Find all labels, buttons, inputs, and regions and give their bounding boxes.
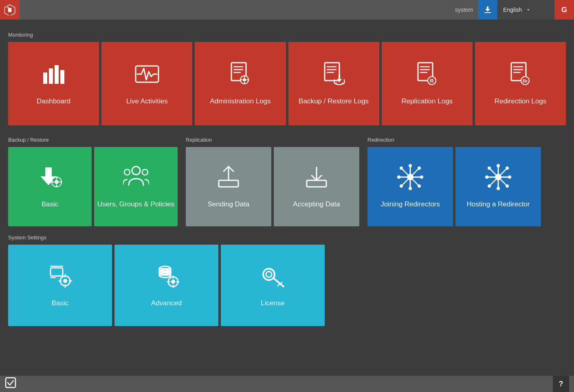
tile-dashboard[interactable]: Dashboard	[8, 42, 99, 125]
svg-point-52	[397, 175, 400, 179]
users-groups-icon	[123, 164, 149, 194]
bar-chart-icon	[41, 61, 67, 91]
svg-rect-5	[49, 68, 53, 84]
tile-backup-basic[interactable]: Basic	[8, 147, 92, 226]
monitoring-section-label: Monitoring	[8, 32, 566, 38]
svg-point-84	[63, 279, 67, 283]
main-content: Monitoring Dashboard Live Ac	[0, 20, 574, 335]
tile-hosting-redirector-label: Hosting a Redirector	[467, 200, 530, 209]
svg-point-71	[508, 175, 511, 179]
system-settings-tile-row: Basic	[8, 245, 566, 326]
tile-users-groups-label: Users, Groups & Policies	[97, 200, 174, 209]
system-settings-section: System Settings Basic	[8, 234, 566, 326]
svg-point-101	[266, 272, 272, 277]
svg-point-79	[506, 184, 509, 188]
svg-line-55	[402, 169, 408, 175]
logo[interactable]	[0, 0, 20, 20]
doc-backup-icon	[321, 61, 347, 91]
svg-text:R: R	[430, 78, 434, 84]
svg-line-78	[501, 180, 506, 185]
middle-sections: Backup / Restore Bas	[8, 131, 566, 229]
svg-line-103	[280, 283, 282, 284]
replication-section: Replication Sending Data	[186, 131, 359, 229]
svg-rect-80	[51, 268, 63, 276]
backup-restore-label: Backup / Restore	[8, 137, 178, 143]
svg-rect-2	[7, 7, 9, 8]
svg-point-73	[488, 166, 491, 170]
redirection-section: Redirection	[367, 131, 541, 229]
doc-settings-icon	[227, 61, 253, 91]
svg-rect-6	[55, 65, 59, 84]
svg-point-75	[506, 166, 509, 170]
tile-backup-restore-logs[interactable]: Backup / Restore Logs	[288, 42, 379, 125]
user-button[interactable]: G	[554, 0, 574, 20]
replication-tile-row: Sending Data Accepting Data	[186, 147, 359, 226]
svg-line-59	[402, 180, 408, 185]
svg-line-74	[501, 169, 506, 175]
tile-replication-logs[interactable]: R Replication Logs	[382, 42, 473, 125]
svg-rect-45	[307, 180, 326, 187]
svg-point-42	[124, 169, 130, 175]
language-label: English	[503, 7, 522, 13]
svg-line-104	[278, 284, 279, 286]
svg-rect-19	[325, 63, 339, 81]
network-icon	[397, 164, 423, 194]
doc-replication-icon: R	[414, 61, 440, 91]
key-icon	[260, 263, 286, 293]
heartbeat-icon	[134, 61, 160, 91]
tile-live-activities[interactable]: Live Activities	[101, 42, 192, 125]
svg-line-76	[490, 180, 496, 185]
svg-point-65	[497, 164, 500, 167]
svg-text:Rr: Rr	[523, 79, 528, 83]
hosting-network-icon	[485, 164, 511, 194]
svg-point-41	[132, 166, 140, 175]
chevron-down-icon	[525, 7, 532, 13]
svg-point-14	[243, 78, 246, 81]
language-selector[interactable]: English	[497, 0, 554, 20]
tile-joining-redirectors[interactable]: Joining Redirectors	[367, 147, 453, 226]
download-button[interactable]	[478, 0, 497, 20]
tile-license-label: License	[261, 299, 285, 308]
tile-license[interactable]: License	[221, 245, 325, 326]
tile-sending-data-label: Sending Data	[207, 200, 249, 209]
redirection-tile-row: Joining Redirectors	[367, 147, 541, 226]
tile-hosting-redirector[interactable]: Hosting a Redirector	[455, 147, 541, 226]
svg-point-43	[142, 169, 148, 175]
svg-point-69	[485, 175, 488, 179]
tile-advanced-label: Advanced	[151, 299, 182, 308]
tile-advanced[interactable]: Advanced	[114, 245, 218, 326]
tile-accepting-data-label: Accepting Data	[293, 200, 340, 209]
tile-backup-basic-label: Basic	[42, 200, 59, 209]
system-label: system	[455, 7, 473, 13]
download-icon	[303, 164, 330, 194]
doc-redirection-icon: Rr	[507, 61, 533, 91]
backup-restore-section: Backup / Restore Bas	[8, 131, 178, 229]
help-button[interactable]: ?	[553, 376, 569, 392]
tile-users-groups[interactable]: Users, Groups & Policies	[94, 147, 178, 226]
svg-rect-105	[6, 378, 15, 388]
help-label: ?	[559, 380, 563, 388]
tile-redirection-logs[interactable]: Rr Redirection Logs	[475, 42, 566, 125]
tile-system-basic[interactable]: Basic	[8, 245, 112, 326]
footer-check-icon	[5, 377, 16, 391]
footer: ?	[0, 376, 574, 392]
svg-point-62	[418, 184, 421, 188]
svg-point-95	[171, 280, 175, 284]
tile-sending-data[interactable]: Sending Data	[186, 147, 271, 226]
replication-label: Replication	[186, 137, 359, 143]
svg-rect-4	[43, 72, 47, 84]
system-settings-label: System Settings	[8, 234, 566, 241]
svg-point-60	[400, 184, 403, 188]
redirection-label: Redirection	[367, 137, 541, 143]
svg-point-36	[55, 180, 59, 184]
svg-point-58	[418, 166, 421, 170]
svg-rect-1	[8, 8, 11, 12]
tile-administration-logs[interactable]: Administration Logs	[195, 42, 286, 125]
monitoring-tile-row: Dashboard Live Activities	[8, 42, 566, 125]
svg-point-54	[420, 175, 423, 179]
header: system English G	[0, 0, 574, 20]
tile-replication-logs-label: Replication Logs	[401, 97, 453, 106]
user-icon-label: G	[561, 6, 567, 14]
tile-accepting-data[interactable]: Accepting Data	[274, 147, 359, 226]
sys-advanced-icon	[154, 263, 180, 293]
